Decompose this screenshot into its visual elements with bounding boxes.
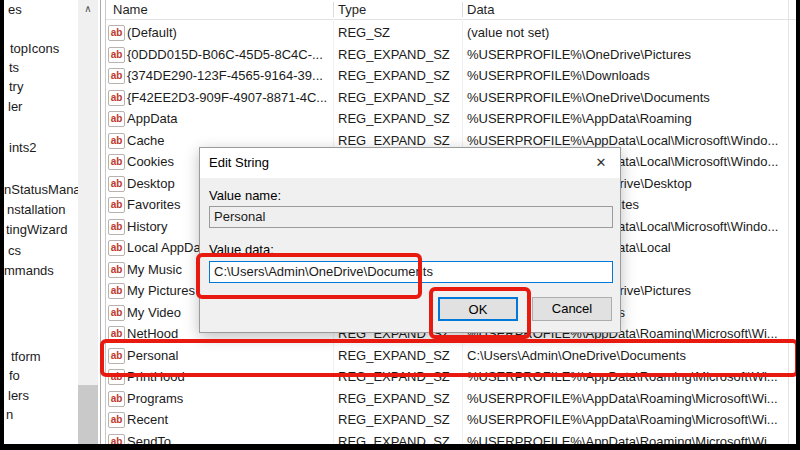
column-separator[interactable] [333, 2, 334, 17]
value-name-cell: {F42EE2D3-909F-4907-8871-4C... [127, 87, 327, 108]
tree-item[interactable]: nstallation [7, 202, 66, 218]
string-value-icon: ab [108, 326, 125, 342]
table-row[interactable]: abRecentREG_EXPAND_SZ%USERPROFILE%\AppDa… [106, 409, 796, 430]
string-value-icon: ab [108, 197, 125, 213]
string-value-icon: ab [108, 133, 125, 149]
value-type-cell: REG_EXPAND_SZ [338, 345, 450, 366]
value-name-cell: AppData [127, 108, 178, 129]
tree-item[interactable]: fo [9, 368, 20, 384]
value-type-cell: REG_EXPAND_SZ [338, 409, 450, 430]
table-row[interactable]: abPrintHoodREG_EXPAND_SZ%USERPROFILE%\Ap… [106, 366, 796, 387]
string-value-icon: ab [108, 154, 125, 170]
value-type-cell: REG_SZ [338, 22, 390, 43]
column-header-type[interactable]: Type [338, 1, 366, 18]
tree-item[interactable]: tingWizard [6, 222, 67, 238]
cancel-button[interactable]: Cancel [532, 297, 612, 321]
column-header-data[interactable]: Data [467, 1, 494, 18]
value-type-cell: REG_EXPAND_SZ [338, 44, 450, 65]
tree-item[interactable]: topIcons [10, 41, 59, 57]
screenshot-edge [0, 0, 4, 450]
value-name-cell: NetHood [127, 323, 178, 344]
value-type-cell: REG_EXPAND_SZ [338, 388, 450, 409]
registry-tree-pane: estopIconststrylerints2nStatusManagnstal… [4, 0, 100, 444]
string-value-icon: ab [108, 412, 125, 428]
string-value-icon: ab [108, 348, 125, 364]
tree-item[interactable]: try [9, 79, 23, 95]
value-data-cell: %USERPROFILE%\AppData\Roaming [467, 108, 692, 129]
value-name-cell: {0DDD015D-B06C-45D5-8C4C-... [127, 44, 323, 65]
value-name-cell: Cache [127, 130, 165, 151]
table-row[interactable]: abPersonalREG_EXPAND_SZC:\Users\Admin\On… [106, 345, 796, 366]
value-data-input[interactable]: C:\Users\Admin\OneDrive\Documents [209, 261, 613, 283]
table-row[interactable]: abProgramsREG_EXPAND_SZ%USERPROFILE%\App… [106, 388, 796, 409]
value-data-cell: %USERPROFILE%\OneDrive\Documents [467, 87, 710, 108]
screenshot-edge [796, 0, 800, 450]
value-name-cell: Favorites [127, 194, 180, 215]
registry-editor-window: estopIconststrylerints2nStatusManagnstal… [0, 0, 800, 450]
string-value-icon: ab [108, 369, 125, 385]
value-data-cell: %USERPROFILE%\AppData\Roaming\Microsoft\… [467, 409, 778, 430]
value-name-cell: Recent [127, 409, 168, 430]
value-name-cell: My Pictures [127, 280, 195, 301]
scroll-up-arrow-icon[interactable]: ∧ [78, 0, 98, 17]
value-name-cell: Cookies [127, 151, 174, 172]
value-data-cell: %USERPROFILE%\Downloads [467, 65, 650, 86]
dialog-titlebar[interactable]: Edit String ✕ [200, 148, 620, 178]
value-data-label: Value data: [209, 242, 274, 257]
tree-item[interactable]: mmands [4, 263, 54, 279]
value-name-cell: (Default) [127, 22, 177, 43]
string-value-icon: ab [108, 25, 125, 41]
table-row[interactable]: ab{374DE290-123F-4565-9164-39...REG_EXPA… [106, 65, 796, 86]
table-row[interactable]: ab{F42EE2D3-909F-4907-8871-4C...REG_EXPA… [106, 87, 796, 108]
string-value-icon: ab [108, 305, 125, 321]
pane-divider-inner [105, 0, 106, 444]
value-name-cell: My Video [127, 302, 181, 323]
table-row[interactable]: abAppDataREG_EXPAND_SZ%USERPROFILE%\AppD… [106, 108, 796, 129]
value-data-cell: (value not set) [467, 22, 549, 43]
tree-item[interactable]: es [8, 2, 22, 18]
string-value-icon: ab [108, 219, 125, 235]
table-row[interactable]: ab(Default)REG_SZ(value not set) [106, 22, 796, 43]
string-value-icon: ab [108, 283, 125, 299]
tree-item[interactable]: n [6, 407, 13, 423]
value-name-field: Personal [209, 206, 613, 228]
value-name-label: Value name: [209, 188, 281, 203]
tree-item[interactable]: ts [9, 60, 19, 76]
tree-item[interactable]: ints2 [9, 140, 36, 156]
value-name-cell: Programs [127, 388, 183, 409]
pane-divider[interactable] [100, 0, 101, 444]
table-row[interactable]: ab{0DDD015D-B06C-45D5-8C4C-...REG_EXPAND… [106, 44, 796, 65]
column-header-name[interactable]: Name [113, 1, 148, 18]
value-name-cell: Personal [127, 345, 178, 366]
edit-string-dialog: Edit String ✕ Value name: Personal Value… [199, 147, 621, 333]
string-value-icon: ab [108, 47, 125, 63]
close-icon[interactable]: ✕ [590, 153, 612, 173]
value-data-cell: C:\Users\Admin\OneDrive\Documents [467, 345, 686, 366]
tree-item[interactable]: cs [8, 243, 21, 259]
value-type-cell: REG_EXPAND_SZ [338, 65, 450, 86]
ok-button[interactable]: OK [438, 297, 518, 321]
tree-item[interactable]: lers [8, 388, 29, 404]
value-type-cell: REG_EXPAND_SZ [338, 87, 450, 108]
string-value-icon: ab [108, 240, 125, 256]
tree-item[interactable]: tform [11, 349, 41, 365]
value-type-cell: REG_EXPAND_SZ [338, 366, 450, 387]
string-value-icon: ab [108, 391, 125, 407]
tree-item[interactable]: nStatusManag [4, 182, 88, 198]
tree-scrollbar[interactable]: ∧ [78, 0, 98, 444]
value-name-cell: History [127, 216, 167, 237]
dialog-title: Edit String [209, 155, 269, 170]
value-data-cell: %USERPROFILE%\AppData\Roaming\Microsoft\… [467, 366, 778, 387]
string-value-icon: ab [108, 90, 125, 106]
column-separator[interactable] [462, 2, 463, 17]
screenshot-edge [0, 444, 800, 450]
tree-scrollbar-thumb[interactable] [78, 385, 98, 444]
string-value-icon: ab [108, 262, 125, 278]
string-value-icon: ab [108, 176, 125, 192]
value-name-cell: PrintHood [127, 366, 185, 387]
string-value-icon: ab [108, 111, 125, 127]
string-value-icon: ab [108, 68, 125, 84]
value-type-cell: REG_EXPAND_SZ [338, 108, 450, 129]
tree-item[interactable]: ler [8, 99, 22, 115]
value-name-cell: My Music [127, 259, 182, 280]
